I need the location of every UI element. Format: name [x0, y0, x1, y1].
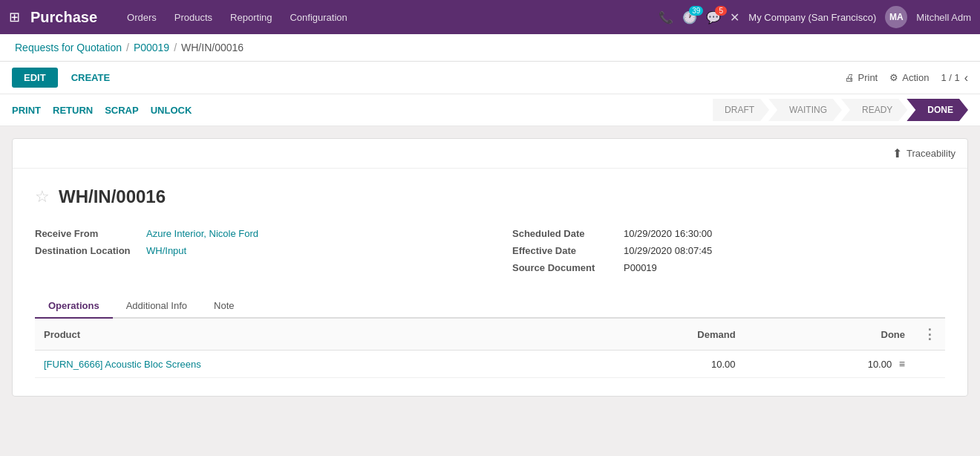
pagination-numbers: 1 / 1	[941, 72, 959, 83]
col-actions-header: ⋮	[914, 319, 945, 351]
record-card: ⬆ Traceability ☆ WH/IN/00016 Receive Fro…	[12, 138, 968, 397]
tab-note[interactable]: Note	[200, 294, 247, 319]
card-top: ⬆ Traceability	[13, 139, 967, 169]
source-document-value: P00019	[624, 262, 657, 273]
destination-location-label: Destination Location	[35, 245, 146, 256]
scheduled-date-row: Scheduled Date 10/29/2020 16:30:00	[512, 225, 945, 242]
table-body: [FURN_6666] Acoustic Bloc Screens 10.00 …	[35, 351, 945, 378]
status-ready: READY	[841, 99, 907, 121]
traceability-button[interactable]: ⬆ Traceability	[892, 146, 956, 160]
scheduled-date-value: 10/29/2020 16:30:00	[624, 228, 712, 239]
messages-badge: 5	[715, 6, 727, 16]
scrap-button[interactable]: SCRAP	[105, 102, 139, 119]
traceability-label: Traceability	[906, 148, 956, 159]
toolbar: EDIT CREATE 🖨 Print ⚙ Action 1 / 1 ‹	[0, 62, 980, 94]
fields-grid: Receive From Azure Interior, Nicole Ford…	[35, 225, 945, 276]
receive-from-row: Receive From Azure Interior, Nicole Ford	[35, 225, 468, 242]
company-name: My Company (San Francisco)	[748, 12, 876, 23]
receive-from-label: Receive From	[35, 228, 146, 239]
action-bar: PRINT RETURN SCRAP UNLOCK DRAFT WAITING …	[0, 94, 980, 126]
phone-icon[interactable]: 📞	[659, 10, 673, 25]
create-button[interactable]: CREATE	[65, 68, 116, 88]
destination-location-value[interactable]: WH/Input	[146, 245, 186, 256]
topnav-right: 📞 🕐 39 💬 5 ✕ My Company (San Francisco) …	[659, 6, 971, 28]
tabs-nav: Operations Additional Info Note	[35, 294, 945, 319]
pagination-prev[interactable]: ‹	[964, 71, 968, 85]
pagination: 1 / 1 ‹	[941, 71, 968, 85]
status-waiting: WAITING	[768, 99, 842, 121]
menu-item-orders[interactable]: Orders	[120, 7, 164, 27]
table-header: Product Demand Done ⋮	[35, 319, 945, 351]
cell-actions	[914, 351, 945, 378]
menu-item-products[interactable]: Products	[167, 7, 220, 27]
effective-date-label: Effective Date	[512, 245, 624, 256]
favorite-star-icon[interactable]: ☆	[35, 187, 50, 206]
tab-additional-info[interactable]: Additional Info	[113, 294, 200, 319]
unlock-button[interactable]: UNLOCK	[151, 102, 192, 119]
print-button[interactable]: 🖨 Print	[845, 72, 878, 83]
status-done: DONE	[906, 99, 968, 121]
top-navigation: ⊞ Purchase Orders Products Reporting Con…	[0, 0, 980, 34]
top-menu: Orders Products Reporting Configuration	[120, 7, 355, 27]
menu-item-configuration[interactable]: Configuration	[282, 7, 354, 27]
breadcrumb-sep-2: /	[174, 42, 177, 53]
col-demand: Demand	[572, 319, 744, 351]
row-detail-icon[interactable]: ≡	[899, 358, 905, 370]
breadcrumb-sep-1: /	[126, 42, 129, 53]
col-done: Done	[745, 319, 914, 351]
record-title: WH/IN/00016	[59, 186, 166, 207]
breadcrumb: Requests for Quotation / P00019 / WH/IN/…	[0, 34, 980, 62]
table-options-icon[interactable]: ⋮	[923, 327, 936, 342]
edit-button[interactable]: EDIT	[12, 68, 58, 88]
activity-icon[interactable]: 🕐 39	[682, 10, 697, 25]
breadcrumb-rfq[interactable]: Requests for Quotation	[15, 42, 122, 53]
brand-name[interactable]: Purchase	[30, 9, 97, 26]
tab-operations[interactable]: Operations	[35, 294, 113, 319]
scheduled-date-label: Scheduled Date	[512, 228, 624, 239]
receive-from-value[interactable]: Azure Interior, Nicole Ford	[146, 228, 258, 239]
gear-icon: ⚙	[889, 72, 898, 83]
record-header: ☆ WH/IN/00016	[35, 186, 945, 207]
print-label: Print	[858, 72, 878, 83]
tab-content-operations: Product Demand Done ⋮	[35, 319, 945, 378]
col-product: Product	[35, 319, 572, 351]
tabs-container: Operations Additional Info Note	[35, 294, 945, 378]
close-icon[interactable]: ✕	[730, 10, 739, 25]
user-avatar[interactable]: MA	[885, 6, 907, 28]
print-action-button[interactable]: PRINT	[12, 102, 41, 119]
status-draft: DRAFT	[713, 99, 769, 121]
cell-product[interactable]: [FURN_6666] Acoustic Bloc Screens	[35, 351, 572, 378]
operations-table: Product Demand Done ⋮	[35, 319, 945, 378]
status-steps: DRAFT WAITING READY DONE	[713, 99, 968, 121]
source-document-label: Source Document	[512, 262, 624, 273]
user-name: Mitchell Adm	[916, 12, 971, 23]
effective-date-value: 10/29/2020 08:07:45	[624, 245, 712, 256]
print-icon: 🖨	[845, 72, 855, 83]
apps-grid-icon[interactable]: ⊞	[9, 9, 20, 25]
toolbar-right: 🖨 Print ⚙ Action 1 / 1 ‹	[845, 71, 969, 85]
effective-date-row: Effective Date 10/29/2020 08:07:45	[512, 242, 945, 259]
destination-location-row: Destination Location WH/Input	[35, 242, 468, 259]
right-fields: Scheduled Date 10/29/2020 16:30:00 Effec…	[512, 225, 945, 276]
main-content: ⬆ Traceability ☆ WH/IN/00016 Receive Fro…	[0, 126, 980, 408]
action-button[interactable]: ⚙ Action	[889, 72, 929, 83]
cell-demand: 10.00	[572, 351, 744, 378]
left-fields: Receive From Azure Interior, Nicole Ford…	[35, 225, 468, 276]
breadcrumb-po[interactable]: P00019	[134, 42, 169, 53]
activity-badge: 39	[689, 6, 703, 16]
table-row: [FURN_6666] Acoustic Bloc Screens 10.00 …	[35, 351, 945, 378]
return-button[interactable]: RETURN	[53, 102, 93, 119]
menu-item-reporting[interactable]: Reporting	[223, 7, 279, 27]
breadcrumb-current: WH/IN/00016	[181, 42, 244, 53]
card-body: ☆ WH/IN/00016 Receive From Azure Interio…	[13, 169, 967, 396]
action-label: Action	[902, 72, 929, 83]
cell-done: 10.00 ≡	[745, 351, 914, 378]
source-document-row: Source Document P00019	[512, 259, 945, 276]
messages-icon[interactable]: 💬 5	[706, 10, 721, 25]
traceability-up-icon: ⬆	[892, 146, 902, 160]
